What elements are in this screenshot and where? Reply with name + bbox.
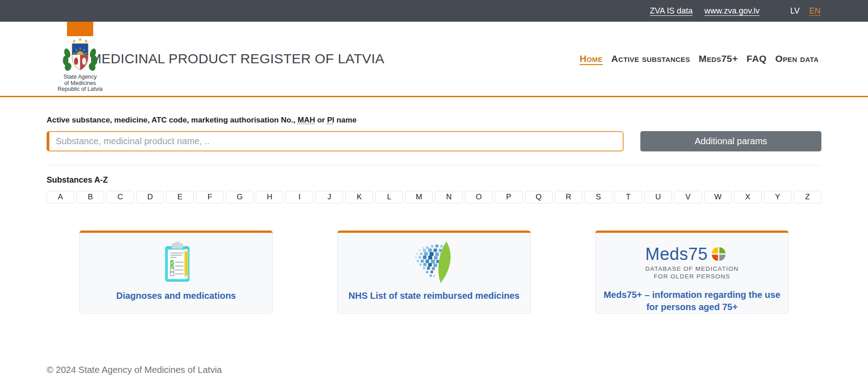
letter-button[interactable]: J	[315, 191, 343, 203]
meds75-quadrant-icon	[711, 246, 727, 262]
pi-abbr: PI	[327, 116, 334, 124]
letter-button[interactable]: A	[47, 191, 74, 203]
mah-abbr: MAH	[298, 116, 315, 124]
clipboard-checklist-icon	[152, 240, 200, 285]
substances-az-heading: Substances A-Z	[47, 175, 821, 185]
main-nav: Home Active substances Meds75+ FAQ Open …	[580, 22, 819, 96]
letter-button[interactable]: L	[375, 191, 403, 203]
meds75-logo-text: Meds75	[645, 245, 708, 264]
letter-button[interactable]: W	[704, 191, 732, 203]
agency-logo[interactable]: State Agency of Medicines Republic of La…	[53, 22, 107, 93]
card-nhs-reimbursed-list[interactable]: NHS List of state reimbursed medicines	[337, 231, 531, 314]
nav-home[interactable]: Home	[580, 53, 603, 64]
letter-button[interactable]: I	[286, 191, 313, 203]
feature-cards: Diagnoses and medications	[47, 231, 821, 314]
logo-caption: State Agency of Medicines Republic of La…	[53, 74, 107, 93]
letter-button[interactable]: M	[405, 191, 433, 203]
zva-website-link[interactable]: www.zva.gov.lv	[705, 6, 760, 16]
latvia-coat-of-arms-icon	[62, 38, 99, 73]
letter-button[interactable]: U	[644, 191, 672, 203]
nav-active-substances[interactable]: Active substances	[611, 53, 690, 64]
letter-button[interactable]: V	[674, 191, 702, 203]
search-input[interactable]	[47, 131, 624, 151]
search-label: Active substance, medicine, ATC code, ma…	[47, 116, 821, 125]
card-title-nhs-list[interactable]: NHS List of state reimbursed medicines	[348, 290, 520, 302]
letter-button[interactable]: H	[256, 191, 283, 203]
meds75-logo: Meds75 DATABASE OF MEDICATION FOR OLDER …	[645, 240, 739, 284]
card-diagnoses-medications[interactable]: Diagnoses and medications	[79, 231, 273, 314]
letter-button[interactable]: D	[136, 191, 164, 203]
letter-button[interactable]: E	[166, 191, 194, 203]
lang-en[interactable]: EN	[809, 6, 820, 16]
main-content: Active substance, medicine, ATC code, ma…	[0, 116, 868, 314]
letter-button[interactable]: B	[76, 191, 104, 203]
card-title-diagnoses[interactable]: Diagnoses and medications	[116, 290, 236, 302]
letter-button[interactable]: P	[495, 191, 522, 203]
card-title-meds75[interactable]: Meds75+ – information regarding the use …	[601, 289, 782, 313]
logo-orange-block	[67, 22, 93, 36]
letter-button[interactable]: F	[196, 191, 224, 203]
letter-button[interactable]: N	[435, 191, 463, 203]
substance-letter-row: ABCDEFGHIJKLMNOPQRSTUVWXYZ	[47, 191, 821, 203]
letter-button[interactable]: T	[615, 191, 642, 203]
lang-lv[interactable]: LV	[790, 6, 800, 16]
letter-button[interactable]: G	[226, 191, 253, 203]
letter-button[interactable]: X	[734, 191, 762, 203]
nav-faq[interactable]: FAQ	[747, 53, 767, 64]
card-meds75[interactable]: Meds75 DATABASE OF MEDICATION FOR OLDER …	[595, 231, 789, 314]
additional-params-button[interactable]: Additional params	[640, 131, 821, 151]
nav-meds75[interactable]: Meds75+	[699, 53, 738, 64]
top-bar: ZVA IS data www.zva.gov.lv LV EN	[0, 0, 868, 22]
header: State Agency of Medicines Republic of La…	[0, 22, 868, 97]
nav-open-data[interactable]: Open data	[775, 53, 819, 64]
zva-is-data-link[interactable]: ZVA IS data	[650, 6, 693, 16]
letter-button[interactable]: R	[555, 191, 582, 203]
letter-button[interactable]: Z	[794, 191, 821, 203]
page-title: MEDICINAL PRODUCT REGISTER OF LATVIA	[90, 51, 384, 66]
meds75-logo-caption: DATABASE OF MEDICATION FOR OLDER PERSONS	[645, 265, 739, 280]
letter-button[interactable]: Q	[525, 191, 553, 203]
letter-button[interactable]: K	[345, 191, 373, 203]
letter-button[interactable]: O	[465, 191, 492, 203]
footer: © 2024 State Agency of Medicines of Latv…	[0, 365, 868, 375]
letter-button[interactable]: Y	[764, 191, 792, 203]
language-switcher: LV EN	[790, 6, 820, 16]
letter-button[interactable]: C	[106, 191, 134, 203]
letter-button[interactable]: S	[585, 191, 612, 203]
search-row: Additional params	[47, 131, 821, 151]
copyright-text: © 2024 State Agency of Medicines of Latv…	[47, 365, 222, 375]
pixel-heart-leaf-icon	[405, 240, 463, 285]
search-divider	[47, 165, 821, 165]
